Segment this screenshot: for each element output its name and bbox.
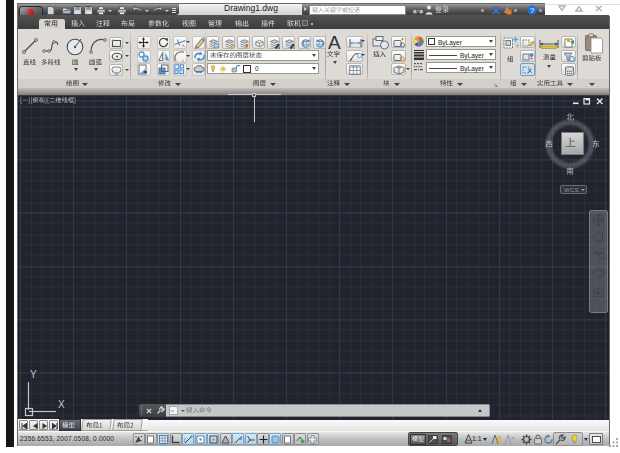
svg-text:X: X bbox=[58, 399, 65, 410]
svg-text:Y: Y bbox=[30, 369, 37, 380]
svg-text:?: ? bbox=[530, 6, 535, 15]
